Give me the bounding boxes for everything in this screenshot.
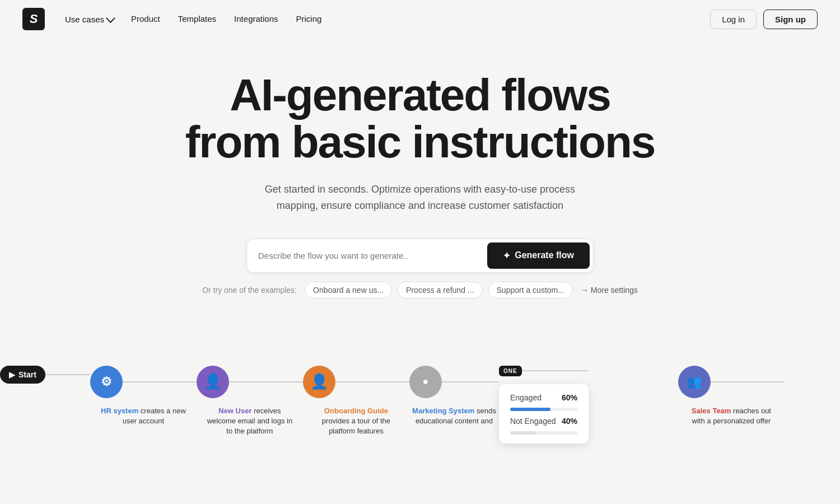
- marketing-circle: ●: [409, 366, 442, 398]
- flow-node-one: ONE Engaged 60% Not Engaged 40%: [499, 366, 589, 436]
- logo[interactable]: S: [22, 8, 45, 30]
- navbar: S Use cases Product Templates Integratio…: [0, 0, 840, 38]
- generate-button-label: Generate flow: [515, 250, 574, 260]
- not-engaged-pct: 40%: [562, 417, 577, 426]
- sales-circle: 👥: [678, 366, 711, 398]
- hr-label: HR system creates a new user account: [99, 406, 188, 426]
- engaged-pct: 60%: [562, 393, 577, 402]
- nav-item-templates[interactable]: Templates: [178, 14, 216, 24]
- nav-link-use-cases[interactable]: Use cases: [65, 15, 113, 24]
- play-icon: ▶: [9, 370, 15, 379]
- flow-diagram: ▶ Start ⚙ HR system creates a new user a…: [0, 354, 840, 500]
- search-bar: ✦ Generate flow: [246, 239, 594, 273]
- marketing-label: Marketing System sends educational conte…: [409, 406, 499, 426]
- more-settings-link[interactable]: → More settings: [581, 286, 638, 295]
- nav-link-product[interactable]: Product: [131, 14, 160, 24]
- engagement-card: Engaged 60% Not Engaged 40%: [499, 384, 589, 444]
- onboarding-circle: 👤: [303, 366, 335, 398]
- onboarding-label: Onboarding Guide provides a tour of the …: [311, 406, 401, 437]
- new-user-circle: 👤: [197, 366, 229, 398]
- new-user-label: New User receives welcome email and logs…: [205, 406, 295, 437]
- flow-node-start: ▶ Start: [0, 366, 90, 384]
- flow-node-new-user: 👤 New User receives welcome email and lo…: [197, 366, 303, 437]
- nav-item-use-cases[interactable]: Use cases: [65, 15, 113, 24]
- not-engaged-label: Not Engaged: [510, 417, 556, 426]
- start-label: Start: [18, 370, 36, 379]
- nav-links: Use cases Product Templates Integrations…: [65, 14, 321, 24]
- flow-node-sales: 👥 Sales Team reaches out with a personal…: [678, 366, 785, 426]
- nav-right: Log in Sign up: [710, 10, 818, 29]
- flow-node-hr: ⚙ HR system creates a new user account: [90, 366, 197, 426]
- hero-subtitle: Get started in seconds. Optimize operati…: [263, 181, 577, 214]
- nav-item-integrations[interactable]: Integrations: [234, 14, 278, 24]
- flow-node-onboarding: 👤 Onboarding Guide provides a tour of th…: [303, 366, 409, 437]
- nav-link-integrations[interactable]: Integrations: [234, 14, 278, 24]
- flow-node-marketing: ● Marketing System sends educational con…: [409, 366, 499, 426]
- signup-button[interactable]: Sign up: [763, 10, 818, 29]
- hero-section: AI-generated flows from basic instructio…: [0, 38, 840, 321]
- not-engaged-bar-bg: [510, 431, 577, 435]
- nav-item-product[interactable]: Product: [131, 14, 160, 24]
- one-badge: ONE: [499, 366, 522, 376]
- hero-title: AI-generated flows from basic instructio…: [168, 72, 672, 166]
- sales-label: Sales Team reaches out with a personaliz…: [687, 406, 776, 426]
- generate-flow-button[interactable]: ✦ Generate flow: [487, 242, 590, 269]
- chevron-down-icon: [106, 13, 115, 23]
- example-chip-2[interactable]: Process a refund ...: [398, 282, 482, 298]
- flow-track: ▶ Start ⚙ HR system creates a new user a…: [0, 366, 840, 437]
- examples-row: Or try one of the examples: Onboard a ne…: [22, 282, 818, 298]
- nav-link-pricing[interactable]: Pricing: [296, 14, 322, 24]
- not-engaged-bar-fill: [510, 431, 537, 435]
- engaged-label: Engaged: [510, 393, 542, 402]
- engagement-row-engaged: Engaged 60%: [510, 393, 577, 402]
- hr-circle: ⚙: [90, 366, 123, 398]
- example-chip-1[interactable]: Onboard a new us...: [305, 282, 392, 298]
- nav-left: S Use cases Product Templates Integratio…: [22, 8, 321, 30]
- example-chip-3[interactable]: Support a custom...: [488, 282, 573, 298]
- examples-label: Or try one of the examples:: [202, 286, 297, 295]
- start-badge: ▶ Start: [0, 366, 45, 384]
- engagement-row-not-engaged: Not Engaged 40%: [510, 417, 577, 426]
- search-input[interactable]: [247, 239, 484, 272]
- login-button[interactable]: Log in: [710, 10, 757, 29]
- nav-link-templates[interactable]: Templates: [178, 14, 216, 24]
- sparkle-icon: ✦: [503, 250, 510, 261]
- logo-letter: S: [30, 13, 38, 25]
- nav-item-pricing[interactable]: Pricing: [296, 14, 322, 24]
